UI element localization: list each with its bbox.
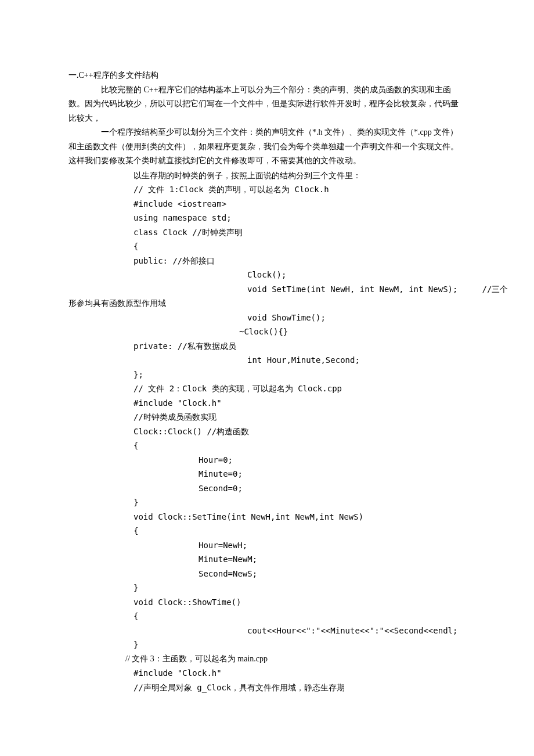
code-line: using namespace std; (68, 211, 466, 225)
code-line: public: //外部接口 (68, 254, 466, 268)
code-line: Minute=0; (68, 467, 466, 481)
code-line: } (68, 638, 466, 652)
code-line: cout<<Hour<<":"<<Minute<<":"<<Second<<en… (68, 624, 466, 638)
code-line: } (68, 581, 466, 595)
code-line: #include "Clock.h" (68, 666, 466, 681)
paragraph-1: 比较完整的 C++程序它们的结构基本上可以分为三个部分：类的声明、类的成员函数的… (68, 83, 466, 126)
code-line: Hour=0; (68, 453, 466, 467)
code-line: }; (68, 368, 466, 382)
code-line: ~Clock(){} (68, 325, 466, 339)
code-line: 形参均具有函数原型作用域 (68, 296, 466, 311)
code-line: Second=NewS; (68, 567, 466, 581)
code-line: // 文件 1:Clock 类的声明，可以起名为 Clock.h (68, 182, 466, 197)
code-line: void Clock::ShowTime() (68, 595, 466, 610)
section-title: 一.C++程序的多文件结构 (68, 69, 466, 83)
code-line: void SetTime(int NewH, int NewM, int New… (68, 282, 466, 297)
code-line: { (68, 239, 466, 254)
paragraph-2: 一个程序按结构至少可以划分为三个文件：类的声明文件（*.h 文件）、类的实现文件… (68, 125, 466, 168)
code-line: Minute=NewM; (68, 552, 466, 567)
code-line: Hour=NewH; (68, 538, 466, 553)
code-line: // 文件 3：主函数，可以起名为 main.cpp (68, 652, 466, 667)
code-line: Second=0; (68, 481, 466, 496)
code-line: { (68, 524, 466, 538)
code-line: //时钟类成员函数实现 (68, 410, 466, 424)
code-line: class Clock //时钟类声明 (68, 225, 466, 240)
code-line: //声明全局对象 g_Clock，具有文件作用域，静态生存期 (68, 681, 466, 695)
code-line: int Hour,Minute,Second; (68, 353, 466, 368)
code-line: #include "Clock.h" (68, 396, 466, 411)
code-line: } (68, 495, 466, 510)
code-line: Clock(); (68, 268, 466, 282)
document-page: 一.C++程序的多文件结构 比较完整的 C++程序它们的结构基本上可以分为三个部… (0, 0, 534, 756)
code-line: Clock::Clock() //构造函数 (68, 424, 466, 439)
code-line: { (68, 609, 466, 624)
code-line: #include <iostream> (68, 197, 466, 211)
code-line: { (68, 438, 466, 453)
code-line: private: //私有数据成员 (68, 339, 466, 354)
code-line: void ShowTime(); (68, 311, 466, 325)
code-line: void Clock::SetTime(int NewH,int NewM,in… (68, 510, 466, 524)
code-line: // 文件 2：Clock 类的实现，可以起名为 Clock.cpp (68, 381, 466, 396)
code-line: 以生存期的时钟类的例子，按照上面说的结构分到三个文件里： (68, 168, 466, 183)
